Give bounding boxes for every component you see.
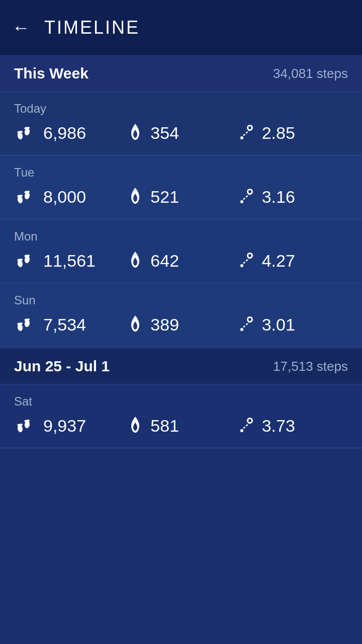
steps-icon-mon (14, 251, 38, 271)
distance-icon-mon (237, 250, 257, 272)
distance-value-sat: 3.73 (262, 416, 295, 436)
day-stats-tue: 8,000 521 3.16 (14, 186, 348, 208)
distance-icon-sat (237, 415, 257, 437)
day-stats-sat: 9,937 581 3.73 (14, 415, 348, 437)
calories-value-tue: 521 (150, 187, 179, 207)
day-entry-today[interactable]: Today 6,986 (0, 92, 362, 155)
day-label-today: Today (14, 102, 348, 116)
calories-value-sun: 389 (150, 315, 179, 335)
steps-value-mon: 11,561 (43, 251, 96, 271)
day-stats-today: 6,986 354 2.85 (14, 122, 348, 144)
steps-icon-sun (14, 314, 38, 335)
day-label-sat: Sat (14, 394, 348, 409)
steps-stat-today: 6,986 (14, 123, 125, 143)
distance-icon (237, 122, 257, 144)
steps-stat-sun: 7,534 (14, 314, 125, 335)
back-button[interactable]: ← (12, 19, 30, 37)
day-label-mon: Mon (14, 229, 348, 244)
svg-point-12 (20, 195, 23, 197)
day-label-tue: Tue (14, 166, 348, 180)
week1-section-header: This Week 34,081 steps (0, 55, 362, 92)
distance-icon-tue (237, 186, 257, 208)
day-label-sun: Sun (14, 293, 348, 307)
calories-value-today: 354 (150, 123, 179, 143)
svg-point-35 (27, 318, 30, 320)
steps-value-today: 6,986 (43, 123, 86, 143)
week2-label: Jun 25 - Jul 1 (14, 358, 110, 375)
distance-stat-sat: 3.73 (237, 415, 348, 437)
day-entry-mon[interactable]: Mon 11,561 642 (0, 219, 362, 283)
svg-point-2 (20, 131, 23, 133)
distance-value-today: 2.85 (262, 123, 295, 143)
calories-stat-mon: 642 (125, 250, 236, 272)
steps-value-tue: 8,000 (43, 187, 86, 207)
steps-stat-mon: 11,561 (14, 251, 125, 271)
fire-icon-sat (125, 415, 145, 437)
calories-stat-tue: 521 (125, 186, 236, 208)
steps-value-sun: 7,534 (43, 315, 86, 335)
week2-section-header: Jun 25 - Jul 1 17,513 steps (0, 348, 362, 384)
distance-stat-tue: 3.16 (237, 186, 348, 208)
steps-stat-tue: 8,000 (14, 187, 125, 207)
svg-point-19 (240, 200, 243, 203)
svg-point-47 (248, 419, 251, 422)
distance-value-sun: 3.01 (262, 315, 295, 335)
svg-point-39 (240, 328, 243, 331)
calories-value-sat: 581 (150, 416, 179, 436)
day-stats-sun: 7,534 389 3.01 (14, 313, 348, 336)
day-stats-mon: 11,561 642 4.27 (14, 250, 348, 272)
distance-stat-sun: 3.01 (237, 313, 348, 336)
svg-point-37 (248, 318, 251, 321)
calories-stat-sat: 581 (125, 415, 236, 437)
fire-icon (125, 122, 145, 144)
svg-point-22 (20, 259, 23, 261)
fire-icon-sun (125, 313, 145, 336)
distance-icon-sun (237, 313, 257, 336)
week2-steps-summary: 17,513 steps (273, 359, 348, 374)
steps-icon-sat (14, 416, 38, 436)
svg-point-49 (240, 429, 243, 432)
fire-icon-mon (125, 250, 145, 272)
calories-value-mon: 642 (150, 251, 179, 271)
page-title: TIMELINE (44, 17, 140, 38)
day-entry-sun[interactable]: Sun 7,534 389 (0, 283, 362, 347)
day-entry-sat[interactable]: Sat 9,937 581 (0, 384, 362, 448)
svg-point-7 (248, 126, 251, 129)
steps-icon-tue (14, 187, 38, 207)
svg-point-42 (20, 424, 23, 426)
distance-stat-mon: 4.27 (237, 250, 348, 272)
week1-label: This Week (14, 65, 88, 82)
distance-stat-today: 2.85 (237, 122, 348, 144)
svg-point-9 (240, 136, 243, 139)
svg-point-5 (27, 127, 30, 129)
steps-icon (14, 123, 38, 143)
svg-point-17 (248, 190, 251, 193)
calories-stat-today: 354 (125, 122, 236, 144)
week1-steps-summary: 34,081 steps (273, 66, 348, 82)
distance-value-tue: 3.16 (262, 187, 295, 207)
steps-stat-sat: 9,937 (14, 416, 125, 436)
calories-stat-sun: 389 (125, 313, 236, 336)
svg-point-25 (27, 255, 30, 257)
svg-point-29 (240, 264, 243, 267)
svg-point-27 (248, 254, 251, 257)
fire-icon-tue (125, 186, 145, 208)
steps-value-sat: 9,937 (43, 416, 86, 436)
distance-value-mon: 4.27 (262, 251, 295, 271)
header: ← TIMELINE (0, 0, 362, 55)
svg-point-45 (27, 420, 30, 422)
svg-point-15 (27, 191, 30, 193)
svg-point-32 (20, 323, 23, 325)
day-entry-tue[interactable]: Tue 8,000 521 (0, 155, 362, 219)
